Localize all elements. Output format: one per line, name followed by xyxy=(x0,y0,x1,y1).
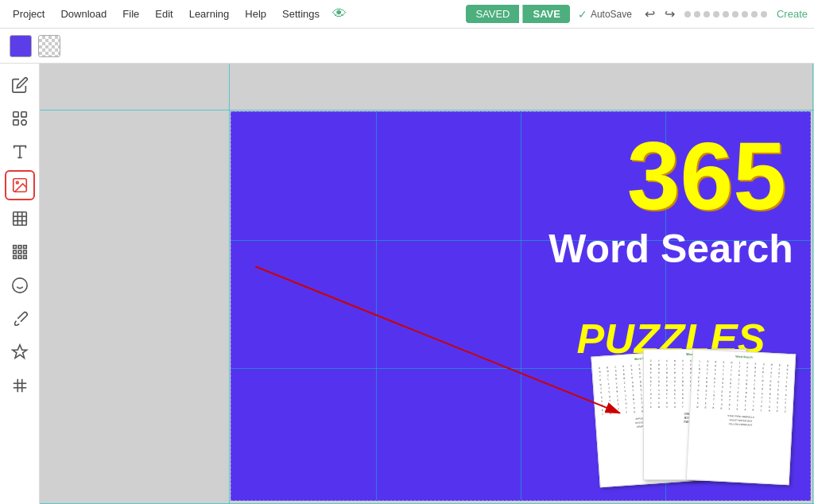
brush-tool[interactable] xyxy=(5,304,35,334)
svg-point-6 xyxy=(16,181,18,184)
design-canvas[interactable]: 365 Word Search PUZZLES Word Search ABCD… xyxy=(231,111,811,501)
autosave-container: ✓ AutoSave xyxy=(578,8,632,21)
guideline-v-left xyxy=(229,64,230,504)
svg-rect-19 xyxy=(18,256,21,259)
svg-rect-2 xyxy=(13,120,17,125)
dot-6 xyxy=(732,11,738,17)
autosave-check-icon: ✓ xyxy=(578,8,587,21)
dot-9 xyxy=(761,11,767,17)
menu-edit[interactable]: Edit xyxy=(149,5,179,23)
svg-rect-15 xyxy=(13,250,16,254)
transparent-checker[interactable] xyxy=(38,35,60,57)
menu-bar: Project Download File Edit Learning Help… xyxy=(0,0,814,29)
book-title-word-search: Word Search xyxy=(548,227,794,271)
dot-4 xyxy=(713,11,719,17)
canvas-grid-v2 xyxy=(521,112,521,500)
svg-rect-7 xyxy=(13,212,26,226)
image-tool[interactable] xyxy=(5,170,35,200)
elements-tool[interactable] xyxy=(5,103,35,134)
secondary-toolbar xyxy=(0,29,814,64)
text-tool[interactable] xyxy=(5,137,35,167)
svg-rect-1 xyxy=(21,112,25,117)
mask-tool[interactable] xyxy=(5,270,35,300)
table-tool[interactable] xyxy=(5,204,35,234)
pattern-tool[interactable] xyxy=(5,237,35,267)
eraser-tool[interactable] xyxy=(5,337,35,367)
history-dots xyxy=(684,11,767,17)
svg-rect-12 xyxy=(13,246,16,249)
canvas-wrapper: 365 Word Search PUZZLES Word Search ABCD… xyxy=(40,64,814,504)
menu-help[interactable]: Help xyxy=(238,5,273,23)
grid-tool[interactable] xyxy=(5,370,35,401)
undo-button[interactable]: ↩ xyxy=(642,5,658,23)
menu-project[interactable]: Project xyxy=(6,5,51,23)
edit-tool[interactable] xyxy=(5,70,35,100)
menu-settings[interactable]: Settings xyxy=(276,5,326,23)
svg-rect-20 xyxy=(23,256,26,259)
dot-2 xyxy=(694,11,700,17)
puzzle-pages-preview: Word Search ABCDEFGHIJKL MNOPQRSTUVWX YZ… xyxy=(595,345,794,484)
save-button[interactable]: SAVE xyxy=(522,5,569,23)
left-sidebar xyxy=(0,64,40,504)
dot-1 xyxy=(684,11,691,17)
book-title-number: 365 xyxy=(627,128,786,223)
dot-5 xyxy=(723,11,729,17)
puzzle-page-3: Word Search LOREMIPSUMDO LORSITAMETCO NS… xyxy=(686,349,796,486)
guideline-v-right xyxy=(812,64,813,504)
puzzle-page-3-content: Word Search LOREMIPSUMDO LORSITAMETCO NS… xyxy=(687,350,795,484)
menu-file[interactable]: File xyxy=(116,5,145,23)
canvas-grid-v1 xyxy=(376,112,377,500)
menu-learning[interactable]: Learning xyxy=(183,5,236,23)
svg-rect-16 xyxy=(18,250,21,254)
svg-rect-14 xyxy=(23,246,26,249)
create-link[interactable]: Create xyxy=(777,8,808,20)
canvas-area: 365 Word Search PUZZLES Word Search ABCD… xyxy=(40,64,814,504)
color-swatch[interactable] xyxy=(10,35,32,57)
svg-rect-18 xyxy=(13,256,16,259)
svg-rect-13 xyxy=(18,246,21,249)
redo-button[interactable]: ↪ xyxy=(661,5,678,23)
svg-rect-17 xyxy=(23,250,26,254)
dot-3 xyxy=(704,11,710,17)
guideline-h-top xyxy=(40,110,814,110)
preview-icon[interactable]: 👁 xyxy=(332,6,347,22)
saved-button[interactable]: SAVED xyxy=(466,5,519,23)
undo-redo-group: ↩ ↪ xyxy=(642,5,678,23)
autosave-label: AutoSave xyxy=(591,9,632,20)
dot-8 xyxy=(751,11,758,17)
dot-7 xyxy=(742,11,748,17)
menu-download[interactable]: Download xyxy=(54,5,113,23)
svg-rect-0 xyxy=(13,112,17,117)
